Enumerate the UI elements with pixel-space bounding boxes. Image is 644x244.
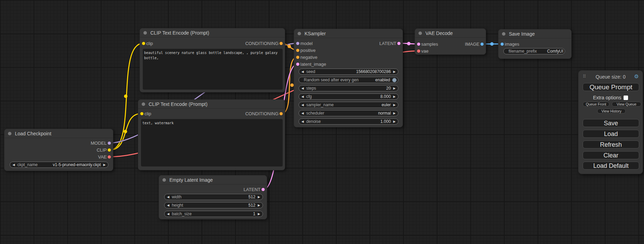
positive-prompt-textarea[interactable]: beautiful scenery nature glass bottle la… <box>143 49 283 90</box>
input-port-negative[interactable] <box>296 56 299 59</box>
node-load-checkpoint[interactable]: Load Checkpoint MODEL CLIP VAE ◀ ckpt_na… <box>4 129 113 171</box>
scheduler-widget[interactable]: ◀ scheduler normal ▶ <box>299 110 398 116</box>
link-dot <box>288 45 291 48</box>
decrement-arrow-icon[interactable]: ◀ <box>10 162 17 168</box>
collapse-dot-icon[interactable] <box>418 31 422 35</box>
load-button[interactable]: Load <box>583 130 639 138</box>
denoise-widget[interactable]: ◀ denoise 1.000 ▶ <box>299 118 398 125</box>
width-widget[interactable]: ◀ width 512 ▶ <box>164 194 263 200</box>
input-label-images: images <box>505 41 519 47</box>
negative-prompt-textarea[interactable]: text, watermark <box>141 119 283 166</box>
output-port-clip[interactable] <box>108 148 111 152</box>
queue-prompt-button[interactable]: Queue Prompt <box>583 83 639 91</box>
decrement-arrow-icon[interactable]: ◀ <box>299 94 306 99</box>
filename-prefix-widget[interactable]: filename_prefix ComfyUI <box>503 48 565 54</box>
increment-arrow-icon[interactable]: ▶ <box>255 211 263 217</box>
widget-label: width <box>172 195 182 199</box>
cfg-widget[interactable]: ◀ cfg 8.000 ▶ <box>299 93 398 100</box>
input-label-samples: samples <box>421 41 438 47</box>
output-port-conditioning[interactable] <box>280 112 283 115</box>
refresh-button[interactable]: Refresh <box>583 141 639 148</box>
view-queue-button[interactable]: View Queue <box>612 102 641 107</box>
collapse-dot-icon[interactable] <box>8 132 11 135</box>
increment-arrow-icon[interactable]: ▶ <box>391 102 398 108</box>
decrement-arrow-icon[interactable]: ◀ <box>299 102 306 108</box>
node-vae-decode[interactable]: VAE Decode samples vae IMAGE <box>415 28 486 55</box>
decrement-arrow-icon[interactable]: ◀ <box>299 110 306 116</box>
widget-label: height <box>172 203 183 208</box>
gear-icon[interactable]: ⚙ <box>634 73 639 80</box>
steps-widget[interactable]: ◀ steps 20 ▶ <box>299 85 398 91</box>
output-label-conditioning: CONDITIONING <box>245 40 279 47</box>
input-port-vae[interactable] <box>417 49 420 53</box>
batch-size-widget[interactable]: ◀ batch_size 1 ▶ <box>164 211 263 217</box>
load-default-button[interactable]: Load Default <box>583 162 639 170</box>
node-header[interactable]: Empty Latent Image <box>159 175 267 184</box>
output-port-latent[interactable] <box>262 188 265 191</box>
node-clip-text-encode-negative[interactable]: CLIP Text Encode (Prompt) clip CONDITION… <box>138 99 285 170</box>
view-history-button[interactable]: View History <box>597 109 626 114</box>
node-header[interactable]: Load Checkpoint <box>5 129 113 138</box>
height-widget[interactable]: ◀ height 512 ▶ <box>164 202 263 208</box>
input-port-images[interactable] <box>501 43 504 46</box>
node-header[interactable]: VAE Decode <box>415 29 486 38</box>
extra-options-checkbox[interactable] <box>624 96 628 100</box>
increment-arrow-icon[interactable]: ▶ <box>391 119 398 124</box>
output-port-model[interactable] <box>108 142 111 145</box>
input-port-clip[interactable] <box>140 112 143 115</box>
increment-arrow-icon[interactable]: ▶ <box>101 162 108 168</box>
node-empty-latent-image[interactable]: Empty Latent Image LATENT ◀ width 512 ▶ … <box>159 175 267 219</box>
output-port-latent[interactable] <box>397 42 400 45</box>
queue-menu-panel: ⠿ Queue size: 0 ⚙ Queue Prompt Extra opt… <box>578 70 643 174</box>
input-label-negative: negative <box>300 54 317 61</box>
input-port-clip[interactable] <box>142 42 145 45</box>
input-port-model[interactable] <box>296 42 299 45</box>
node-header[interactable]: CLIP Text Encode (Prompt) <box>138 100 285 109</box>
collapse-dot-icon[interactable] <box>298 32 301 35</box>
link-dot <box>290 83 294 87</box>
widget-label: filename_prefix <box>509 49 537 54</box>
decrement-arrow-icon[interactable]: ◀ <box>299 69 306 74</box>
input-port-positive[interactable] <box>296 49 299 52</box>
collapse-dot-icon[interactable] <box>142 102 145 106</box>
output-port-conditioning[interactable] <box>280 42 283 45</box>
sampler-name-widget[interactable]: ◀ sampler_name euler ▶ <box>299 102 398 108</box>
decrement-arrow-icon[interactable]: ◀ <box>299 85 306 91</box>
input-port-samples[interactable] <box>417 43 420 46</box>
output-port-vae[interactable] <box>108 155 111 159</box>
widget-value: 20 <box>316 86 391 91</box>
decrement-arrow-icon[interactable]: ◀ <box>165 194 172 200</box>
widget-label: scheduler <box>306 111 324 116</box>
ckpt-name-widget[interactable]: ◀ ckpt_name v1-5-pruned-emaonly.ckpt ▶ <box>10 162 108 168</box>
queue-front-button[interactable]: Queue Front <box>583 102 609 107</box>
node-header[interactable]: CLIP Text Encode (Prompt) <box>140 28 285 37</box>
link-dot <box>490 42 494 46</box>
input-port-latent-image[interactable] <box>296 63 299 66</box>
random-seed-widget[interactable]: Random seed after every gen enabled <box>299 77 398 83</box>
increment-arrow-icon[interactable]: ▶ <box>391 110 398 116</box>
increment-arrow-icon[interactable]: ▶ <box>391 85 398 91</box>
widget-label: batch_size <box>172 211 192 216</box>
node-title-label: Empty Latent Image <box>169 177 213 183</box>
collapse-dot-icon[interactable] <box>162 178 166 182</box>
collapse-dot-icon[interactable] <box>143 31 147 35</box>
decrement-arrow-icon[interactable]: ◀ <box>299 119 306 124</box>
increment-arrow-icon[interactable]: ▶ <box>255 202 263 208</box>
save-button[interactable]: Save <box>583 119 639 127</box>
node-clip-text-encode-positive[interactable]: CLIP Text Encode (Prompt) clip CONDITION… <box>140 28 285 92</box>
decrement-arrow-icon[interactable]: ◀ <box>165 202 172 208</box>
collapse-dot-icon[interactable] <box>502 32 505 36</box>
node-header[interactable]: KSampler <box>294 29 403 38</box>
increment-arrow-icon[interactable]: ▶ <box>391 69 398 74</box>
clear-button[interactable]: Clear <box>583 151 639 159</box>
comfyui-canvas[interactable]: { "colors": { "model": "#B39DDB", "clip"… <box>0 0 644 244</box>
toggle-dot-icon[interactable] <box>392 78 397 82</box>
decrement-arrow-icon[interactable]: ◀ <box>165 211 172 217</box>
node-save-image[interactable]: Save Image images filename_prefix ComfyU… <box>498 29 572 59</box>
node-header[interactable]: Save Image <box>499 29 571 38</box>
increment-arrow-icon[interactable]: ▶ <box>255 194 263 200</box>
output-port-image[interactable] <box>480 43 484 46</box>
increment-arrow-icon[interactable]: ▶ <box>391 94 398 99</box>
seed-widget[interactable]: ◀ seed 156680208700286 ▶ <box>299 69 398 75</box>
node-ksampler[interactable]: KSampler model positive negative latent_… <box>294 29 403 127</box>
